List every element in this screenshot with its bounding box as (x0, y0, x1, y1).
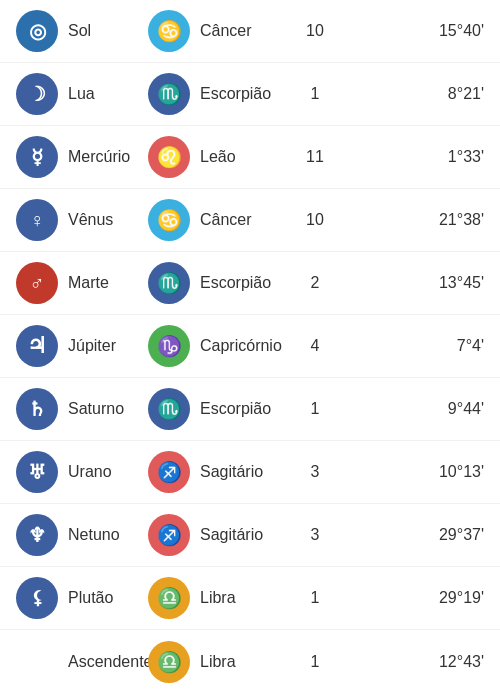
sign-name-saturno: Escorpião (190, 400, 300, 418)
degree-marte: 13°45' (330, 274, 484, 292)
sign-name-venus: Câncer (190, 211, 300, 229)
sign-name-netuno: Sagitário (190, 526, 300, 544)
degree-ascendente: 12°43' (330, 653, 484, 671)
degree-jupiter: 7°4' (330, 337, 484, 355)
sign-name-mercurio: Leão (190, 148, 300, 166)
house-urano: 3 (300, 463, 330, 481)
row-urano: ♅ Urano ♐ Sagitário 3 10°13' (0, 441, 500, 504)
degree-netuno: 29°37' (330, 526, 484, 544)
sign-icon-jupiter: ♑ (148, 325, 190, 367)
sign-name-urano: Sagitário (190, 463, 300, 481)
degree-venus: 21°38' (330, 211, 484, 229)
house-ascendente: 1 (300, 653, 330, 671)
house-lua: 1 (300, 85, 330, 103)
house-plutao: 1 (300, 589, 330, 607)
degree-sol: 15°40' (330, 22, 484, 40)
planet-icon-urano: ♅ (16, 451, 58, 493)
planet-icon-lua: ☽ (16, 73, 58, 115)
sign-name-marte: Escorpião (190, 274, 300, 292)
degree-saturno: 9°44' (330, 400, 484, 418)
sign-name-ascendente: Libra (190, 653, 300, 671)
house-marte: 2 (300, 274, 330, 292)
row-saturno: ♄ Saturno ♏ Escorpião 1 9°44' (0, 378, 500, 441)
planet-name-marte: Marte (58, 274, 148, 292)
sign-icon-ascendente: ♎ (148, 641, 190, 683)
degree-plutao: 29°19' (330, 589, 484, 607)
planet-icon-plutao: ⚸ (16, 577, 58, 619)
degree-urano: 10°13' (330, 463, 484, 481)
planet-icon-venus: ♀ (16, 199, 58, 241)
row-mercurio: ☿ Mercúrio ♌ Leão 11 1°33' (0, 126, 500, 189)
row-sol: ◎ Sol ♋ Câncer 10 15°40' (0, 0, 500, 63)
house-venus: 10 (300, 211, 330, 229)
degree-mercurio: 1°33' (330, 148, 484, 166)
sign-icon-marte: ♏ (148, 262, 190, 304)
row-venus: ♀ Vênus ♋ Câncer 10 21°38' (0, 189, 500, 252)
row-jupiter: ♃ Júpiter ♑ Capricórnio 4 7°4' (0, 315, 500, 378)
planet-name-urano: Urano (58, 463, 148, 481)
sign-icon-venus: ♋ (148, 199, 190, 241)
house-jupiter: 4 (300, 337, 330, 355)
planet-name-saturno: Saturno (58, 400, 148, 418)
planet-name-venus: Vênus (58, 211, 148, 229)
sign-icon-netuno: ♐ (148, 514, 190, 556)
planet-name-jupiter: Júpiter (58, 337, 148, 355)
row-ascendente: Ascendente ♎ Libra 1 12°43' (0, 630, 500, 693)
planet-name-plutao: Plutão (58, 589, 148, 607)
house-netuno: 3 (300, 526, 330, 544)
row-plutao: ⚸ Plutão ♎ Libra 1 29°19' (0, 567, 500, 630)
planet-icon-jupiter: ♃ (16, 325, 58, 367)
planet-icon-sol: ◎ (16, 10, 58, 52)
sign-name-plutao: Libra (190, 589, 300, 607)
row-marte: ♂ Marte ♏ Escorpião 2 13°45' (0, 252, 500, 315)
planet-name-lua: Lua (58, 85, 148, 103)
sign-icon-lua: ♏ (148, 73, 190, 115)
sign-icon-saturno: ♏ (148, 388, 190, 430)
sign-icon-plutao: ♎ (148, 577, 190, 619)
planet-icon-mercurio: ☿ (16, 136, 58, 178)
planet-icon-netuno: ♆ (16, 514, 58, 556)
house-mercurio: 11 (300, 148, 330, 166)
sign-name-lua: Escorpião (190, 85, 300, 103)
degree-lua: 8°21' (330, 85, 484, 103)
planet-name-ascendente: Ascendente (58, 653, 148, 671)
row-netuno: ♆ Netuno ♐ Sagitário 3 29°37' (0, 504, 500, 567)
planet-name-mercurio: Mercúrio (58, 148, 148, 166)
sign-name-jupiter: Capricórnio (190, 337, 300, 355)
row-lua: ☽ Lua ♏ Escorpião 1 8°21' (0, 63, 500, 126)
sign-icon-sol: ♋ (148, 10, 190, 52)
house-sol: 10 (300, 22, 330, 40)
planet-name-sol: Sol (58, 22, 148, 40)
sign-icon-urano: ♐ (148, 451, 190, 493)
sign-name-sol: Câncer (190, 22, 300, 40)
sign-icon-mercurio: ♌ (148, 136, 190, 178)
planet-icon-saturno: ♄ (16, 388, 58, 430)
house-saturno: 1 (300, 400, 330, 418)
planet-icon-marte: ♂ (16, 262, 58, 304)
planet-name-netuno: Netuno (58, 526, 148, 544)
